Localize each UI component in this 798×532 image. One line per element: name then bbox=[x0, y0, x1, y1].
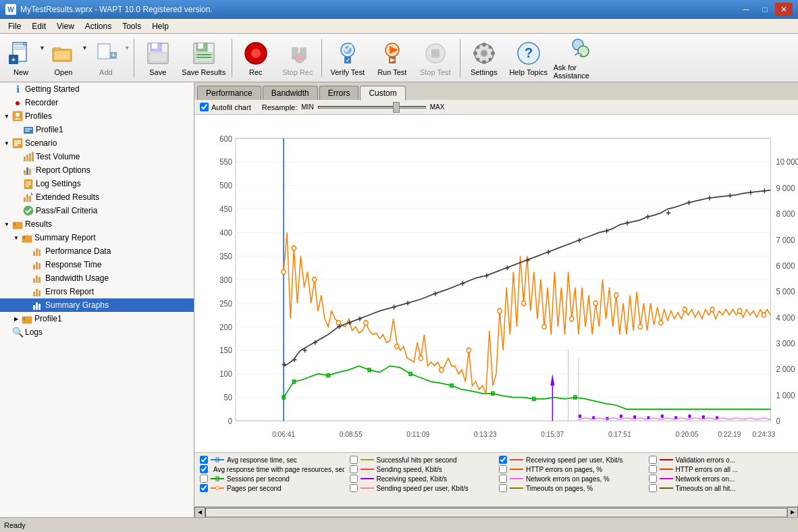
tab-bandwidth[interactable]: Bandwidth bbox=[263, 86, 318, 100]
stop-rec-button[interactable]: Stop Rec bbox=[277, 37, 318, 79]
sidebar-item-bandwidthusage[interactable]: Bandwidth Usage bbox=[0, 271, 194, 285]
stop-test-button[interactable]: Stop Test bbox=[415, 37, 456, 79]
menu-view[interactable]: View bbox=[51, 20, 80, 33]
sidebar-item-profile1b[interactable]: ▶ Profile1 bbox=[0, 312, 194, 325]
save-button[interactable]: Save bbox=[138, 37, 178, 79]
stop-test-label: Stop Test bbox=[420, 68, 451, 76]
new-label: New bbox=[14, 68, 28, 76]
menu-edit[interactable]: Edit bbox=[26, 20, 51, 33]
legend-avg-resp: Avg response time, sec bbox=[200, 456, 344, 464]
close-button[interactable]: ✕ bbox=[775, 3, 793, 16]
legend-avg-resp-page-check[interactable] bbox=[200, 465, 208, 473]
add-arrow[interactable]: ▼ bbox=[124, 45, 130, 51]
resample-slider[interactable] bbox=[318, 106, 426, 109]
rec-icon bbox=[242, 40, 269, 67]
svg-text:+: + bbox=[111, 51, 115, 59]
sidebar-item-logs[interactable]: 🔍 Logs bbox=[0, 325, 194, 339]
legend-send-user-check[interactable] bbox=[350, 484, 358, 492]
menu-tools[interactable]: Tools bbox=[117, 20, 147, 33]
autofit-checkbox[interactable] bbox=[200, 103, 209, 111]
sidebar-item-recorder[interactable]: ● Recorder bbox=[0, 96, 194, 109]
sidebar-item-reportoptions[interactable]: Report Options bbox=[0, 163, 194, 177]
legend-receiving-kbit: Receiving speed, Kbit/s bbox=[350, 475, 494, 483]
sidebar-item-summarygraphs[interactable]: Summary Graphs bbox=[0, 298, 194, 312]
sidebar-item-extendedresults[interactable]: Extended Results bbox=[0, 190, 194, 204]
sidebar-item-logsettings[interactable]: Log Settings bbox=[0, 177, 194, 190]
legend-avg-resp-check[interactable] bbox=[200, 456, 208, 464]
rec-button[interactable]: Rec bbox=[236, 37, 276, 79]
legend-recv-per-user-check[interactable] bbox=[499, 456, 507, 464]
scroll-right-button[interactable]: ▶ bbox=[787, 507, 798, 518]
menu-actions[interactable]: Actions bbox=[80, 20, 117, 33]
legend-network-on-check[interactable] bbox=[649, 475, 657, 483]
maximize-button[interactable]: □ bbox=[756, 3, 774, 16]
legend-http-check[interactable] bbox=[499, 465, 507, 473]
help-topics-button[interactable]: ? Help Topics bbox=[506, 37, 552, 79]
verify-test-button[interactable]: ✓ Verify Test bbox=[325, 37, 370, 79]
legend-sending-check[interactable] bbox=[350, 465, 358, 473]
minimize-button[interactable]: ─ bbox=[737, 3, 755, 16]
open-button[interactable]: Open bbox=[47, 37, 80, 79]
run-test-button[interactable]: Run Test bbox=[371, 37, 413, 79]
svg-point-25 bbox=[251, 49, 261, 58]
open-arrow[interactable]: ▼ bbox=[82, 45, 88, 51]
sidebar-item-getting-started[interactable]: ℹ Getting Started bbox=[0, 82, 194, 96]
svg-text:0:11:09: 0:11:09 bbox=[406, 429, 429, 438]
svg-point-255 bbox=[216, 487, 219, 490]
legend-network-check[interactable] bbox=[499, 475, 507, 483]
svg-text:4 000: 4 000 bbox=[776, 313, 795, 323]
ask-icon bbox=[566, 36, 593, 62]
legend-hits-check[interactable] bbox=[350, 456, 358, 464]
ask-assistance-button[interactable]: Ask for Assistance bbox=[553, 37, 607, 79]
slider-thumb[interactable] bbox=[393, 102, 400, 113]
scroll-left-button[interactable]: ◀ bbox=[194, 507, 205, 518]
save-results-button[interactable]: Save Results bbox=[180, 37, 228, 79]
sidebar-item-testvolume[interactable]: Test Volume bbox=[0, 150, 194, 163]
autofit-label[interactable]: Autofit chart bbox=[200, 103, 251, 111]
new-arrow[interactable]: ▼ bbox=[39, 45, 45, 51]
legend-sessions-check[interactable] bbox=[200, 475, 208, 483]
svg-rect-67 bbox=[24, 170, 26, 175]
legend-timeouts-all-check[interactable] bbox=[649, 484, 657, 492]
sidebar-item-scenario[interactable]: ▼ Scenario bbox=[0, 136, 194, 150]
legend-pages-check[interactable] bbox=[200, 484, 208, 492]
tab-errors[interactable]: Errors bbox=[319, 86, 359, 100]
settings-button[interactable]: Settings bbox=[464, 37, 504, 79]
svg-rect-62 bbox=[14, 144, 18, 146]
legend-http-all-check[interactable] bbox=[649, 465, 657, 473]
legend-recv-check[interactable] bbox=[350, 475, 358, 483]
verify-test-label: Verify Test bbox=[330, 68, 365, 76]
scroll-track[interactable] bbox=[205, 508, 787, 517]
sidebar-item-results[interactable]: ▼ Results bbox=[0, 217, 194, 231]
sidebar-item-profiles[interactable]: ▼ Profiles bbox=[0, 109, 194, 123]
sidebar-item-passfail[interactable]: Pass/Fail Criteria bbox=[0, 204, 194, 217]
tab-custom[interactable]: Custom bbox=[360, 86, 405, 101]
menu-help[interactable]: Help bbox=[147, 20, 174, 33]
legend-validation-check[interactable] bbox=[649, 456, 657, 464]
svg-point-175 bbox=[683, 307, 687, 312]
save-results-icon bbox=[190, 40, 217, 67]
sidebar-item-summaryreport[interactable]: ▼ Summary Report bbox=[0, 231, 194, 244]
horizontal-scrollbar[interactable]: ◀ ▶ bbox=[194, 506, 798, 517]
legend-timeouts-check[interactable] bbox=[499, 484, 507, 492]
svg-text:0:20:05: 0:20:05 bbox=[675, 429, 698, 438]
new-button[interactable]: + New bbox=[4, 37, 38, 79]
svg-text:0:17:51: 0:17:51 bbox=[608, 429, 631, 438]
sidebar-item-performancedata[interactable]: Performance Data bbox=[0, 244, 194, 258]
svg-text:+: + bbox=[11, 56, 16, 63]
sidebar-item-errorsreport[interactable]: Errors Report bbox=[0, 285, 194, 298]
menu-file[interactable]: File bbox=[3, 20, 26, 33]
recorder-icon: ● bbox=[12, 97, 23, 108]
tab-performance[interactable]: Performance bbox=[197, 86, 261, 100]
svg-point-45 bbox=[491, 51, 495, 55]
svg-point-43 bbox=[482, 60, 486, 64]
summaryreport-icon bbox=[22, 232, 32, 243]
responsetime-icon bbox=[32, 259, 43, 270]
svg-rect-95 bbox=[33, 305, 35, 310]
svg-rect-235 bbox=[661, 415, 664, 418]
sidebar-item-profile1[interactable]: Profile1 bbox=[0, 123, 194, 136]
add-button[interactable]: + Add bbox=[89, 37, 123, 79]
sidebar-item-responsetime[interactable]: Response Time bbox=[0, 258, 194, 271]
svg-point-169 bbox=[542, 324, 546, 329]
app-icon: W bbox=[5, 4, 16, 15]
